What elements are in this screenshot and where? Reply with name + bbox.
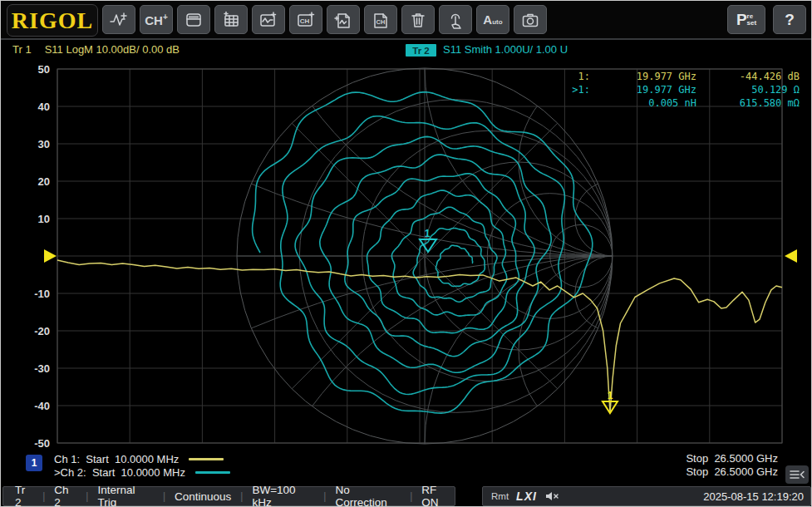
ref-level-marker-left[interactable] <box>44 249 57 263</box>
vna-screen: 50403020100-10-20-30-40-5011 RIGOL CH+CH… <box>0 0 812 507</box>
svg-text:CH: CH <box>300 17 310 24</box>
channel-file-icon: CH <box>371 11 391 29</box>
smith-outer-circle <box>237 68 613 444</box>
channel-window-icon: CH <box>296 11 316 29</box>
touch-icon <box>445 11 465 29</box>
status-item[interactable]: Ch 2 <box>54 484 76 507</box>
marker-readout-row: 1:19.977 GHz-44.426 dB <box>560 70 800 83</box>
trace-file-button[interactable] <box>327 5 360 34</box>
touch-button[interactable] <box>439 5 472 34</box>
marker1-tr1[interactable] <box>603 401 618 413</box>
add-trace-button[interactable] <box>102 5 135 34</box>
toolbar-divider <box>1 38 812 40</box>
marker1-tr2-label: 1 <box>425 228 431 239</box>
rigol-logo: RIGOL <box>7 4 98 37</box>
marker1-tr1-label: 1 <box>608 390 613 401</box>
channel-stop-list: Stop 26.5000 GHzStop 26.5000 GHz <box>686 452 778 479</box>
camera-icon <box>520 11 540 29</box>
measurement-setup-button[interactable] <box>214 5 248 34</box>
toolbar-right-group: P re set ? <box>727 5 806 34</box>
channel-row[interactable]: Ch 1: Start 10.0000 MHz <box>54 452 230 465</box>
trace-color-swatch <box>189 458 224 460</box>
y-tick-label: 40 <box>38 101 50 113</box>
status-item[interactable]: Tr 2 <box>15 484 33 507</box>
y-tick-label: -30 <box>34 362 50 375</box>
add-trace-icon <box>109 11 129 29</box>
y-tick-label: 30 <box>38 138 50 150</box>
toolbar-button-group: CH+CHCHAuto <box>102 5 547 34</box>
status-item[interactable]: RF ON <box>421 484 455 507</box>
trace-file-icon <box>333 11 353 29</box>
collapse-menu-icon <box>788 468 806 481</box>
y-tick-label: -20 <box>34 325 50 337</box>
status-item[interactable]: No Correction <box>335 484 401 507</box>
trace1-desc: S11 LogM 10.00dB/ 0.00 dB <box>45 43 180 56</box>
ref-level-marker-right[interactable] <box>785 249 797 263</box>
marker-readout-row: 0.005 nH615.580 mΩ <box>560 96 800 110</box>
plot-border <box>57 69 782 443</box>
window-layout-button[interactable] <box>177 5 210 34</box>
new-trace-window-button[interactable] <box>252 5 285 34</box>
y-tick-label: -40 <box>34 400 50 412</box>
help-icon: ? <box>785 11 795 29</box>
speaker-muted-icon[interactable] <box>544 490 559 502</box>
lxi-logo: LXI <box>516 490 537 503</box>
preset-icon: P re set <box>736 11 756 29</box>
top-toolbar: RIGOL CH+CHCHAuto P re set ? <box>1 1 812 38</box>
channel-stop: Stop 26.5000 GHz <box>686 452 778 465</box>
add-channel-button[interactable]: CH+ <box>140 5 173 34</box>
trace-window-icon <box>258 11 278 29</box>
y-tick-label: -50 <box>34 437 50 450</box>
y-tick-label: 10 <box>38 213 50 225</box>
trace1-label: Tr 1 <box>12 43 32 56</box>
y-tick-label: 0 <box>44 250 50 263</box>
collapse-menu-button[interactable] <box>785 465 809 484</box>
svg-text:CH: CH <box>376 18 386 26</box>
meas-table-icon <box>221 11 241 29</box>
channel-row[interactable]: >Ch 2: Start 10.0000 MHz <box>54 465 230 479</box>
channel-number-badge[interactable]: 1 <box>26 455 42 471</box>
preset-button[interactable]: P re set <box>727 5 765 34</box>
trace2-desc[interactable]: S11 Smith 1.000U/ 1.00 U <box>443 43 568 56</box>
status-item[interactable]: Continuous <box>175 490 231 503</box>
y-tick-label: 20 <box>38 175 50 188</box>
y-tick-label: -10 <box>34 288 50 300</box>
window-layout-icon <box>184 11 204 29</box>
add-channel-icon: CH+ <box>145 13 168 27</box>
marker-readout-row: >1:19.977 GHz50.129 Ω <box>560 83 800 96</box>
new-channel-window-button[interactable]: CH <box>289 5 322 34</box>
channel-start-list: Ch 1: Start 10.0000 MHz>Ch 2: Start 10.0… <box>54 452 230 479</box>
trash-icon <box>408 11 428 29</box>
status-item[interactable]: Internal Trig <box>97 484 153 507</box>
status-bar-right: Rmt LXI 2025-08-15 12:19:20 <box>482 486 811 506</box>
marker1-tr2[interactable] <box>420 239 436 252</box>
auto-scale-icon: Auto <box>483 13 502 26</box>
marker-readout: 1:19.977 GHz-44.426 dB>1:19.977 GHz50.12… <box>560 70 800 110</box>
trace-color-swatch <box>195 471 230 474</box>
remote-indicator: Rmt <box>491 491 509 501</box>
channel-file-button[interactable]: CH <box>364 5 397 34</box>
auto-scale-button[interactable]: Auto <box>476 5 509 34</box>
status-item[interactable]: BW=100 kHz <box>252 484 314 507</box>
help-button[interactable]: ? <box>773 5 806 34</box>
smith-trace-tr2 <box>253 92 593 413</box>
status-bar-left: Tr 2|Ch 2|Internal Trig|Continuous|BW=10… <box>2 486 455 506</box>
trace1-info[interactable]: Tr 1 S11 LogM 10.00dB/ 0.00 dB <box>12 43 180 56</box>
delete-button[interactable] <box>401 5 435 34</box>
trace2-active-badge[interactable]: Tr 2 <box>406 44 436 57</box>
channel-stop: Stop 26.5000 GHz <box>686 465 778 479</box>
datetime: 2025-08-15 12:19:20 <box>703 490 804 503</box>
logmag-trace-tr1 <box>57 260 782 412</box>
screenshot-button[interactable] <box>514 5 547 34</box>
y-tick-label: 50 <box>38 63 50 76</box>
